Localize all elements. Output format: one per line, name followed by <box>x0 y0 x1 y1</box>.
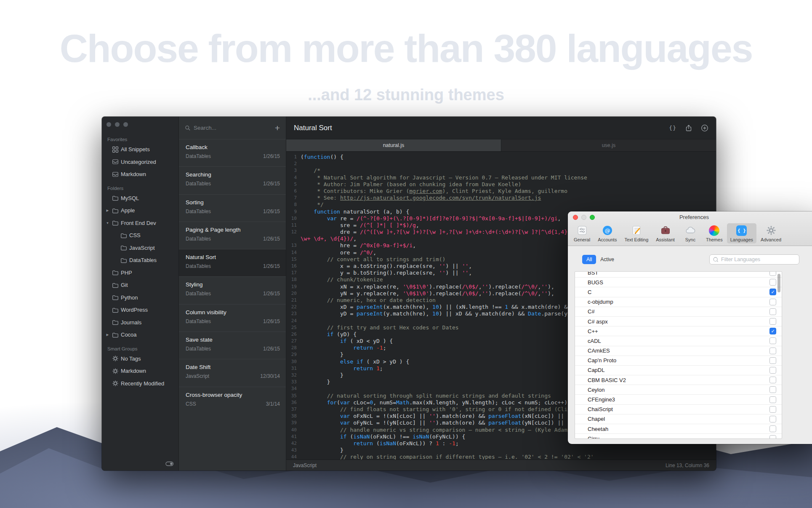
snippet-row[interactable]: StylingDataTables1/26/15 <box>179 276 286 304</box>
language-checkbox[interactable] <box>769 396 776 403</box>
disclosure-right-icon[interactable]: ▶ <box>105 333 110 337</box>
filter-languages-field[interactable]: Filter Languages <box>709 254 799 265</box>
add-fragment-icon[interactable] <box>701 124 708 132</box>
language-checkbox[interactable] <box>769 377 776 383</box>
language-row[interactable]: Cirru <box>575 434 782 439</box>
snippet-row[interactable]: SortingDataTables1/26/15 <box>179 194 286 222</box>
language-row[interactable]: C# aspx <box>575 317 782 326</box>
sidebar-item-markdown[interactable]: Markdown <box>102 365 178 377</box>
disclosure-down-icon[interactable]: ▼ <box>105 221 110 225</box>
language-checkbox[interactable] <box>769 406 776 413</box>
language-checkbox[interactable]: ✓ <box>769 328 776 334</box>
sidebar-item-recently-modified[interactable]: Recently Modified <box>102 377 178 390</box>
language-row[interactable]: BUGS <box>575 278 782 287</box>
language-checkbox[interactable] <box>769 425 776 432</box>
language-row[interactable]: Ceylon <box>575 385 782 395</box>
language-row[interactable]: c-objdump <box>575 297 782 307</box>
language-checkbox[interactable] <box>769 348 776 354</box>
language-row[interactable]: C✓ <box>575 287 782 297</box>
scrollbar-thumb[interactable] <box>777 274 780 292</box>
share-icon[interactable] <box>685 124 692 132</box>
code-line: 44 // rely on string comparison if diffe… <box>286 454 716 460</box>
snippet-row[interactable]: Paging & Page lengthDataTables1/26/15 <box>179 222 286 249</box>
language-checkbox[interactable] <box>769 279 776 286</box>
language-checkbox[interactable] <box>769 367 776 374</box>
sidebar-item-label: PHP <box>121 270 132 276</box>
snippet-row[interactable]: CallbackDataTables1/26/15 <box>179 139 286 166</box>
snippet-row[interactable]: Date ShiftJavaScript12/30/14 <box>179 359 286 386</box>
sidebar-item-git[interactable]: Git <box>102 279 178 291</box>
close-button[interactable] <box>573 215 578 220</box>
language-checkbox[interactable] <box>769 386 776 393</box>
zoom-button[interactable] <box>590 215 595 220</box>
sidebar-item-markdown[interactable]: Markdown <box>102 168 178 181</box>
language-checkbox[interactable] <box>769 318 776 325</box>
disclosure-right-icon[interactable]: ▶ <box>105 209 110 212</box>
language-row[interactable]: CBM BASIC V2 <box>575 375 782 385</box>
sidebar-item-php[interactable]: PHP <box>102 267 178 279</box>
add-snippet-button[interactable]: + <box>275 123 280 132</box>
sidebar-item-python[interactable]: Python <box>102 291 178 304</box>
language-table[interactable]: BSTBUGSC✓c-objdumpC#C# aspxC++✓cADLCAmkE… <box>575 271 782 439</box>
sidebar-item-mysql[interactable]: MySQL <box>102 192 178 205</box>
sidebar-item-front-end-dev[interactable]: ▼Front End Dev <box>102 217 178 230</box>
minimize-button[interactable] <box>581 215 586 220</box>
language-row[interactable]: cADL <box>575 336 782 346</box>
filter-active-segment[interactable]: Active <box>596 255 618 264</box>
language-checkbox[interactable] <box>769 299 776 305</box>
language-checkbox[interactable] <box>769 337 776 344</box>
sidebar-item-uncategorized[interactable]: Uncategorized <box>102 156 178 168</box>
sidebar-item-all-snippets[interactable]: All Snippets <box>102 143 178 156</box>
traffic-close-button[interactable] <box>106 122 111 127</box>
language-row[interactable]: C++✓ <box>575 326 782 336</box>
language-row[interactable]: Cheetah <box>575 424 782 434</box>
sidebar-item-no-tags[interactable]: No Tags <box>102 353 178 365</box>
language-checkbox[interactable] <box>769 416 776 422</box>
sidebar-item-journals[interactable]: Journals <box>102 316 178 329</box>
language-row[interactable]: CAmkES <box>575 346 782 356</box>
prefs-tab-general[interactable]: General <box>570 223 594 243</box>
prefs-tab-text-editing[interactable]: Text Editing <box>621 223 652 243</box>
prefs-tab-assistant[interactable]: Assistant <box>652 223 678 243</box>
sidebar-item-datatables[interactable]: DataTables <box>102 254 178 267</box>
language-checkbox[interactable] <box>769 435 776 439</box>
traffic-zoom-button[interactable] <box>123 122 128 127</box>
line-number: 24 <box>286 318 301 324</box>
prefs-tab-themes[interactable]: Themes <box>703 223 726 243</box>
prefs-tab-languages[interactable]: { }Languages <box>727 223 756 243</box>
tab-use-js[interactable]: use.js <box>501 139 716 151</box>
language-checkbox[interactable]: ✓ <box>769 289 776 295</box>
snippet-row[interactable]: Cross-browser opacityCSS3/1/14 <box>179 387 286 414</box>
prefs-tab-accounts[interactable]: @Accounts <box>594 223 620 243</box>
sidebar-item-wordpress[interactable]: WordPress <box>102 304 178 316</box>
traffic-minimize-button[interactable] <box>115 122 120 127</box>
sidebar-item-css[interactable]: CSS <box>102 229 178 242</box>
code-braces-icon[interactable]: {} <box>669 125 676 131</box>
language-checkbox[interactable] <box>769 357 776 364</box>
language-row[interactable]: CapDL <box>575 366 782 375</box>
snippet-search-bar[interactable]: Search... + <box>179 117 286 139</box>
tab-natural-js[interactable]: natural.js <box>286 139 501 151</box>
language-row[interactable]: C# <box>575 307 782 317</box>
language-checkbox[interactable] <box>769 308 776 315</box>
panel-toggle-button[interactable] <box>165 461 174 467</box>
sidebar-item-cocoa[interactable]: ▶Cocoa <box>102 329 178 341</box>
language-row[interactable]: BST <box>575 271 782 278</box>
sidebar-item-javascript[interactable]: JavaScript <box>102 242 178 254</box>
language-row[interactable]: ChaiScript <box>575 405 782 414</box>
snippet-row[interactable]: Save stateDataTables1/26/15 <box>179 332 286 359</box>
code-text: /* <box>301 167 716 174</box>
snippet-row[interactable]: Column visibilityDataTables1/26/15 <box>179 304 286 332</box>
snippet-row[interactable]: SearchingDataTables1/26/15 <box>179 166 286 194</box>
prefs-tab-sync[interactable]: Sync <box>679 223 702 243</box>
snippet-row[interactable]: Natural SortDataTables1/26/15 <box>179 249 286 276</box>
sidebar-item-apple[interactable]: ▶Apple <box>102 204 178 217</box>
prefs-tab-advanced[interactable]: Advanced <box>757 223 785 243</box>
language-checkbox[interactable] <box>769 271 776 276</box>
status-language[interactable]: JavaScript <box>293 463 317 468</box>
filter-all-segment[interactable]: All <box>582 255 596 264</box>
language-row[interactable]: Cap'n Proto <box>575 356 782 366</box>
language-row[interactable]: Chapel <box>575 414 782 424</box>
language-row[interactable]: CFEngine3 <box>575 395 782 404</box>
line-number: 12 <box>286 229 301 235</box>
